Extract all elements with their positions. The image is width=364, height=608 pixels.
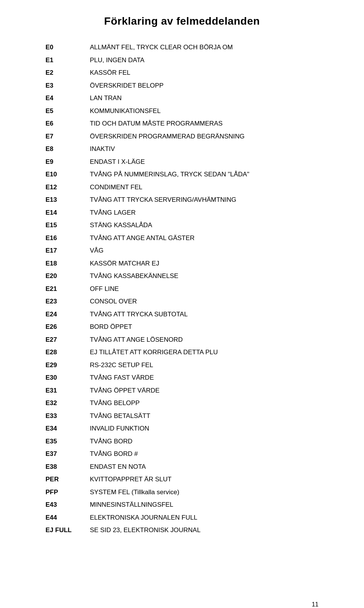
- error-code: E7: [23, 130, 75, 143]
- error-description: PLU, INGEN DATA: [75, 54, 341, 67]
- error-code: E31: [23, 384, 75, 397]
- table-row: E30TVÅNG FAST VÄRDE: [23, 371, 341, 384]
- error-table: E0ALLMÄNT FEL, TRYCK CLEAR OCH BÖRJA OME…: [23, 41, 341, 537]
- table-row: E7ÖVERSKRIDEN PROGRAMMERAD BEGRÄNSNING: [23, 130, 341, 143]
- error-code: E9: [23, 156, 75, 168]
- error-code: E24: [23, 308, 75, 321]
- error-description: TVÅNG BELOPP: [75, 397, 341, 410]
- table-row: E33TVÅNG BETALSÄTT: [23, 410, 341, 423]
- table-row: E6TID OCH DATUM MÅSTE PROGRAMMERAS: [23, 117, 341, 130]
- error-code: PFP: [23, 486, 75, 499]
- error-description: BORD ÖPPET: [75, 320, 341, 333]
- table-row: E15STÄNG KASSALÅDA: [23, 219, 341, 232]
- error-description: ENDAST EN NOTA: [75, 460, 341, 473]
- error-description: TVÅNG BETALSÄTT: [75, 410, 341, 423]
- table-row: E14TVÅNG LAGER: [23, 206, 341, 219]
- error-code: E16: [23, 232, 75, 245]
- error-description: KOMMUNIKATIONSFEL: [75, 105, 341, 118]
- error-description: TVÅNG ATT ANGE ANTAL GÄSTER: [75, 232, 341, 245]
- error-description: TID OCH DATUM MÅSTE PROGRAMMERAS: [75, 117, 341, 130]
- error-code: E2: [23, 66, 75, 79]
- error-description: EJ TILLÅTET ATT KORRIGERA DETTA PLU: [75, 346, 341, 359]
- table-row: E34INVALID FUNKTION: [23, 422, 341, 435]
- error-description: VÅG: [75, 244, 341, 257]
- table-row: E10TVÅNG PÅ NUMMERINSLAG, TRYCK SEDAN "L…: [23, 168, 341, 181]
- error-code: E33: [23, 410, 75, 423]
- error-code: E4: [23, 92, 75, 105]
- error-code: E26: [23, 320, 75, 333]
- table-row: E5KOMMUNIKATIONSFEL: [23, 105, 341, 118]
- error-code: E18: [23, 257, 75, 270]
- error-description: TVÅNG LAGER: [75, 206, 341, 219]
- table-row: E16TVÅNG ATT ANGE ANTAL GÄSTER: [23, 232, 341, 245]
- table-row: E0ALLMÄNT FEL, TRYCK CLEAR OCH BÖRJA OM: [23, 41, 341, 54]
- error-code: E12: [23, 181, 75, 194]
- table-row: E18KASSÖR MATCHAR EJ: [23, 257, 341, 270]
- table-row: E37TVÅNG BORD #: [23, 448, 341, 460]
- error-code: E10: [23, 168, 75, 181]
- error-description: SYSTEM FEL (Tillkalla service): [75, 486, 341, 499]
- error-code: E1: [23, 54, 75, 67]
- error-description: TVÅNG PÅ NUMMERINSLAG, TRYCK SEDAN "LÅDA…: [75, 168, 341, 181]
- table-row: E26BORD ÖPPET: [23, 320, 341, 333]
- error-description: ENDAST I X-LÄGE: [75, 156, 341, 168]
- error-code: E29: [23, 359, 75, 372]
- table-row: E43MINNESINSTÄLLNINGSFEL: [23, 498, 341, 511]
- error-description: ÖVERSKRIDET BELOPP: [75, 79, 341, 92]
- table-row: E29RS-232C SETUP FEL: [23, 359, 341, 372]
- table-row: E23CONSOL OVER: [23, 295, 341, 308]
- table-row: E20TVÅNG KASSABEKÄNNELSE: [23, 270, 341, 283]
- error-code: EJ FULL: [23, 524, 75, 537]
- table-row: E2KASSÖR FEL: [23, 66, 341, 79]
- table-row: E13TVÅNG ATT TRYCKA SERVERING/AVHÄMTNING: [23, 193, 341, 206]
- table-row: E38ENDAST EN NOTA: [23, 460, 341, 473]
- table-row: E8INAKTIV: [23, 143, 341, 156]
- table-row: E32TVÅNG BELOPP: [23, 397, 341, 410]
- error-description: TVÅNG ATT TRYCKA SERVERING/AVHÄMTNING: [75, 193, 341, 206]
- error-code: E8: [23, 143, 75, 156]
- error-code: E0: [23, 41, 75, 54]
- error-code: E3: [23, 79, 75, 92]
- error-description: TVÅNG BORD: [75, 435, 341, 448]
- error-code: E35: [23, 435, 75, 448]
- page-title: Förklaring av felmeddelanden: [23, 15, 341, 27]
- table-row: E17VÅG: [23, 244, 341, 257]
- error-code: E38: [23, 460, 75, 473]
- error-code: E20: [23, 270, 75, 283]
- table-row: E12CONDIMENT FEL: [23, 181, 341, 194]
- error-code: E14: [23, 206, 75, 219]
- error-code: E28: [23, 346, 75, 359]
- error-code: E30: [23, 371, 75, 384]
- table-row: E35TVÅNG BORD: [23, 435, 341, 448]
- error-description: MINNESINSTÄLLNINGSFEL: [75, 498, 341, 511]
- page-number: 11: [312, 601, 318, 608]
- table-row: EJ FULLSE SID 23, ELEKTRONISK JOURNAL: [23, 524, 341, 537]
- error-description: KVITTOPAPPRET ÄR SLUT: [75, 473, 341, 486]
- error-description: ALLMÄNT FEL, TRYCK CLEAR OCH BÖRJA OM: [75, 41, 341, 54]
- error-description: TVÅNG ATT ANGE LÖSENORD: [75, 333, 341, 346]
- table-row: E44ELEKTRONISKA JOURNALEN FULL: [23, 511, 341, 524]
- error-code: E21: [23, 283, 75, 295]
- error-description: RS-232C SETUP FEL: [75, 359, 341, 372]
- table-row: PFPSYSTEM FEL (Tillkalla service): [23, 486, 341, 499]
- error-description: TVÅNG BORD #: [75, 448, 341, 460]
- error-description: INVALID FUNKTION: [75, 422, 341, 435]
- error-description: ELEKTRONISKA JOURNALEN FULL: [75, 511, 341, 524]
- table-row: E3ÖVERSKRIDET BELOPP: [23, 79, 341, 92]
- table-row: E28EJ TILLÅTET ATT KORRIGERA DETTA PLU: [23, 346, 341, 359]
- error-description: KASSÖR FEL: [75, 66, 341, 79]
- error-description: TVÅNG ÖPPET VÄRDE: [75, 384, 341, 397]
- error-description: KASSÖR MATCHAR EJ: [75, 257, 341, 270]
- error-description: TVÅNG FAST VÄRDE: [75, 371, 341, 384]
- table-row: PERKVITTOPAPPRET ÄR SLUT: [23, 473, 341, 486]
- error-code: E6: [23, 117, 75, 130]
- table-row: E4LAN TRAN: [23, 92, 341, 105]
- error-code: E13: [23, 193, 75, 206]
- error-description: INAKTIV: [75, 143, 341, 156]
- error-code: E32: [23, 397, 75, 410]
- table-row: E31TVÅNG ÖPPET VÄRDE: [23, 384, 341, 397]
- error-description: CONSOL OVER: [75, 295, 341, 308]
- table-row: E1PLU, INGEN DATA: [23, 54, 341, 67]
- table-row: E27TVÅNG ATT ANGE LÖSENORD: [23, 333, 341, 346]
- error-description: STÄNG KASSALÅDA: [75, 219, 341, 232]
